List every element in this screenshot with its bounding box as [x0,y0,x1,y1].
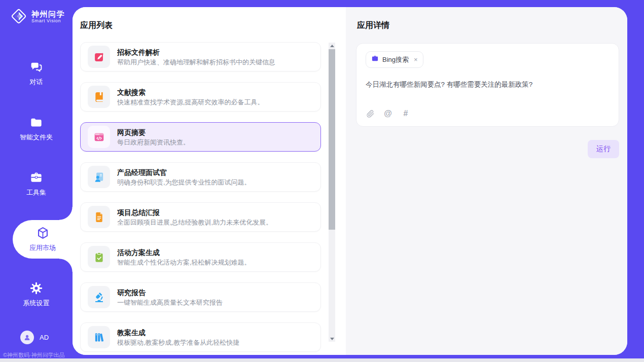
app-card-description: 帮助用户快速、准确地理解和解析招标书中的关键信息 [117,58,275,66]
input-toolbar: @# [366,109,610,119]
app-card-description: 明确身份和职责,为您提供专业性的面试问题。 [117,178,251,186]
books-icon [88,326,110,348]
sidebar-item-toolbox[interactable]: 工具集 [0,165,73,203]
mention-icon[interactable]: @ [383,109,392,118]
report-document-icon [88,206,110,228]
microscope-icon [88,286,110,308]
chat-icon [29,60,43,74]
sidebar-item-cube[interactable]: 应用市场 [13,220,73,259]
sidebar-item-gear[interactable]: 系统设置 [0,275,73,314]
attachment-icon[interactable] [366,109,375,118]
prompt-input-card[interactable]: Bing搜索 × 今日湖北有哪些新闻要点? 有哪些需要关注的最新政策? @# [356,43,619,127]
app-card-title: 产品经理面试官 [117,168,251,176]
brand-diamond-icon [10,8,27,25]
scroll-up-icon[interactable] [329,43,335,49]
sidebar-item-chat[interactable]: 对话 [0,54,73,93]
app-detail-panel: 应用详情 Bing搜索 × 今日湖北有哪些新闻要点? 有哪些需要关注的最新政策?… [346,7,627,355]
bottom-strip [0,358,644,362]
sidebar-nav: 对话 智能文件夹 工具集 应用市场 系统设置 [0,54,73,331]
toolbox-icon [29,171,43,185]
app-card[interactable]: 研究报告 一键智能生成高质量长文本研究报告 [80,282,321,312]
user-avatar-icon [20,331,34,344]
book-icon [88,86,110,108]
app-card-description: 每日政府新闻资讯快查。 [117,138,190,146]
app-card-description: 智能生成个性化活动方案,轻松解决规划难题。 [117,259,251,266]
sidebar-item-label: 智能文件夹 [20,133,53,142]
folder-icon [29,116,43,129]
briefcase-icon [371,55,379,64]
scroll-down-icon[interactable] [329,336,335,342]
app-card-title: 项目总结汇报 [117,208,272,216]
tool-chip[interactable]: Bing搜索 × [366,51,423,68]
sidebar-item-label: 对话 [30,78,43,87]
app-card-title: 网页摘要 [117,128,190,136]
interviewer-icon [88,166,110,188]
edit-document-icon [88,46,110,68]
app-card-description: 一键智能生成高质量长文本研究报告 [117,299,223,306]
cube-icon [36,226,50,240]
app-card-description: 模板驱动,教案秒成,教学准备从此轻松快捷 [117,339,239,346]
app-card-description: 全面回顾项目进展,总结经验教训,助力未来优化发展。 [117,219,272,226]
webpage-code-icon [88,126,110,148]
sidebar-item-label: 系统设置 [23,299,50,308]
user-name: AD [40,334,49,341]
brand-name: 神州问学 [31,10,65,18]
brand-logo: 神州问学 Smart Vision [0,0,73,25]
app-card-title: 招标文件解析 [117,48,275,56]
app-card-title: 文献搜索 [117,88,264,96]
scrollbar[interactable] [329,43,335,342]
sidebar-item-folder[interactable]: 智能文件夹 [0,110,73,148]
scrollbar-thumb[interactable] [329,49,335,230]
clipboard-check-icon [88,246,110,268]
query-text[interactable]: 今日湖北有哪些新闻要点? 有哪些需要关注的最新政策? [366,80,610,89]
app-card-description: 快速精准查找学术资源,提高研究效率的必备工具。 [117,98,264,106]
main-content: 应用列表 招标文件解析 帮助用户快速、准确地理解和解析招标书中的关键信息 文献搜… [73,7,627,355]
app-card-title: 活动方案生成 [117,248,251,257]
app-card[interactable]: 招标文件解析 帮助用户快速、准确地理解和解析招标书中的关键信息 [80,42,321,71]
app-list-title: 应用列表 [80,20,346,31]
app-list: 招标文件解析 帮助用户快速、准确地理解和解析招标书中的关键信息 文献搜索 快速精… [80,42,346,355]
app-detail-title: 应用详情 [357,20,619,31]
gear-icon [29,281,43,295]
user-profile[interactable]: AD [0,331,73,344]
brand-subtitle: Smart Vision [31,18,65,23]
copyright-text: ©神州数码·神州问学出品 [0,351,73,362]
chip-close-button[interactable]: × [414,56,418,63]
sidebar: 神州问学 Smart Vision 对话 智能文件夹 工具集 应用市场 系统设置… [0,0,73,358]
tool-chip-label: Bing搜索 [382,55,409,64]
app-card-title: 研究报告 [117,288,223,297]
app-card[interactable]: 网页摘要 每日政府新闻资讯快查。 [80,122,321,152]
app-list-panel: 应用列表 招标文件解析 帮助用户快速、准确地理解和解析招标书中的关键信息 文献搜… [73,7,346,355]
sidebar-item-label: 工具集 [26,188,46,197]
app-card[interactable]: 教案生成 模板驱动,教案秒成,教学准备从此轻松快捷 [80,322,321,352]
app-card[interactable]: 活动方案生成 智能生成个性化活动方案,轻松解决规划难题。 [80,242,321,272]
app-card[interactable]: 项目总结汇报 全面回顾项目进展,总结经验教训,助力未来优化发展。 [80,202,321,232]
sidebar-item-label: 应用市场 [29,243,56,252]
hash-icon[interactable]: # [401,109,410,118]
app-card[interactable]: 文献搜索 快速精准查找学术资源,提高研究效率的必备工具。 [80,82,321,112]
app-card[interactable]: 产品经理面试官 明确身份和职责,为您提供专业性的面试问题。 [80,162,321,192]
run-button[interactable]: 运行 [588,140,619,158]
app-card-title: 教案生成 [117,329,239,337]
